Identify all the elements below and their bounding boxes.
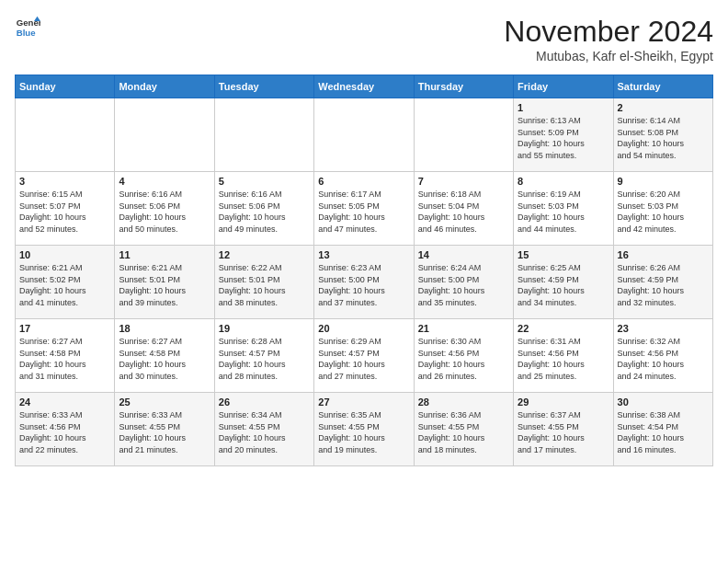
day-cell: 6Sunrise: 6:17 AM Sunset: 5:05 PM Daylig… xyxy=(314,172,414,246)
calendar-body: 1Sunrise: 6:13 AM Sunset: 5:09 PM Daylig… xyxy=(16,98,713,466)
day-header-thursday: Thursday xyxy=(414,75,513,98)
day-cell: 1Sunrise: 6:13 AM Sunset: 5:09 PM Daylig… xyxy=(514,98,613,172)
day-number: 8 xyxy=(518,176,609,187)
day-cell xyxy=(16,98,115,172)
day-cell xyxy=(115,98,214,172)
day-info: Sunrise: 6:16 AM Sunset: 5:06 PM Dayligh… xyxy=(219,189,310,235)
day-number: 28 xyxy=(418,396,509,408)
day-header-tuesday: Tuesday xyxy=(214,75,313,98)
week-row-3: 10Sunrise: 6:21 AM Sunset: 5:02 PM Dayli… xyxy=(16,246,713,319)
day-cell xyxy=(214,98,313,172)
day-info: Sunrise: 6:18 AM Sunset: 5:04 PM Dayligh… xyxy=(418,189,509,235)
calendar-table: SundayMondayTuesdayWednesdayThursdayFrid… xyxy=(15,75,713,466)
day-number: 29 xyxy=(518,396,609,408)
day-info: Sunrise: 6:28 AM Sunset: 4:57 PM Dayligh… xyxy=(219,336,310,382)
day-info: Sunrise: 6:16 AM Sunset: 5:06 PM Dayligh… xyxy=(119,189,210,235)
day-cell: 3Sunrise: 6:15 AM Sunset: 5:07 PM Daylig… xyxy=(16,172,115,246)
day-info: Sunrise: 6:38 AM Sunset: 4:54 PM Dayligh… xyxy=(618,409,709,455)
week-row-4: 17Sunrise: 6:27 AM Sunset: 4:58 PM Dayli… xyxy=(16,319,713,393)
logo-icon: General Blue xyxy=(15,15,40,40)
day-cell: 18Sunrise: 6:27 AM Sunset: 4:58 PM Dayli… xyxy=(115,319,214,393)
day-info: Sunrise: 6:33 AM Sunset: 4:55 PM Dayligh… xyxy=(119,409,210,455)
day-info: Sunrise: 6:20 AM Sunset: 5:03 PM Dayligh… xyxy=(618,189,709,235)
day-info: Sunrise: 6:29 AM Sunset: 4:57 PM Dayligh… xyxy=(318,336,409,382)
day-info: Sunrise: 6:21 AM Sunset: 5:01 PM Dayligh… xyxy=(119,262,210,308)
day-header-friday: Friday xyxy=(514,75,613,98)
day-number: 22 xyxy=(518,323,609,334)
week-row-1: 1Sunrise: 6:13 AM Sunset: 5:09 PM Daylig… xyxy=(16,98,713,172)
day-number: 19 xyxy=(219,323,310,334)
day-cell: 4Sunrise: 6:16 AM Sunset: 5:06 PM Daylig… xyxy=(115,172,214,246)
day-info: Sunrise: 6:27 AM Sunset: 4:58 PM Dayligh… xyxy=(19,336,110,382)
day-cell: 22Sunrise: 6:31 AM Sunset: 4:56 PM Dayli… xyxy=(514,319,613,393)
svg-text:Blue: Blue xyxy=(17,28,36,38)
day-cell: 19Sunrise: 6:28 AM Sunset: 4:57 PM Dayli… xyxy=(214,319,313,393)
day-number: 26 xyxy=(219,396,310,408)
day-info: Sunrise: 6:33 AM Sunset: 4:56 PM Dayligh… xyxy=(19,409,110,455)
day-cell: 27Sunrise: 6:35 AM Sunset: 4:55 PM Dayli… xyxy=(314,393,414,466)
day-info: Sunrise: 6:34 AM Sunset: 4:55 PM Dayligh… xyxy=(219,409,310,455)
day-cell: 28Sunrise: 6:36 AM Sunset: 4:55 PM Dayli… xyxy=(414,393,513,466)
day-info: Sunrise: 6:21 AM Sunset: 5:02 PM Dayligh… xyxy=(19,262,110,308)
day-cell: 11Sunrise: 6:21 AM Sunset: 5:01 PM Dayli… xyxy=(115,246,214,319)
day-cell: 9Sunrise: 6:20 AM Sunset: 5:03 PM Daylig… xyxy=(613,172,712,246)
day-cell: 23Sunrise: 6:32 AM Sunset: 4:56 PM Dayli… xyxy=(613,319,712,393)
day-cell: 15Sunrise: 6:25 AM Sunset: 4:59 PM Dayli… xyxy=(514,246,613,319)
day-number: 23 xyxy=(618,323,709,334)
calendar-header: SundayMondayTuesdayWednesdayThursdayFrid… xyxy=(16,75,713,98)
day-info: Sunrise: 6:37 AM Sunset: 4:55 PM Dayligh… xyxy=(518,409,609,455)
header-row: SundayMondayTuesdayWednesdayThursdayFrid… xyxy=(16,75,713,98)
day-cell: 16Sunrise: 6:26 AM Sunset: 4:59 PM Dayli… xyxy=(613,246,712,319)
week-row-2: 3Sunrise: 6:15 AM Sunset: 5:07 PM Daylig… xyxy=(16,172,713,246)
day-cell: 13Sunrise: 6:23 AM Sunset: 5:00 PM Dayli… xyxy=(314,246,414,319)
day-info: Sunrise: 6:31 AM Sunset: 4:56 PM Dayligh… xyxy=(518,336,609,382)
day-number: 25 xyxy=(119,396,210,408)
day-cell: 2Sunrise: 6:14 AM Sunset: 5:08 PM Daylig… xyxy=(613,98,712,172)
day-info: Sunrise: 6:26 AM Sunset: 4:59 PM Dayligh… xyxy=(618,262,709,308)
day-number: 20 xyxy=(318,323,409,334)
day-cell: 12Sunrise: 6:22 AM Sunset: 5:01 PM Dayli… xyxy=(214,246,313,319)
day-info: Sunrise: 6:30 AM Sunset: 4:56 PM Dayligh… xyxy=(418,336,509,382)
day-info: Sunrise: 6:22 AM Sunset: 5:01 PM Dayligh… xyxy=(219,262,310,308)
day-number: 11 xyxy=(119,249,210,260)
day-cell: 25Sunrise: 6:33 AM Sunset: 4:55 PM Dayli… xyxy=(115,393,214,466)
day-number: 18 xyxy=(119,323,210,334)
day-number: 17 xyxy=(19,323,110,334)
day-number: 27 xyxy=(318,396,409,408)
day-number: 4 xyxy=(119,176,210,187)
day-info: Sunrise: 6:13 AM Sunset: 5:09 PM Dayligh… xyxy=(518,115,609,161)
day-cell: 10Sunrise: 6:21 AM Sunset: 5:02 PM Dayli… xyxy=(16,246,115,319)
day-cell: 21Sunrise: 6:30 AM Sunset: 4:56 PM Dayli… xyxy=(414,319,513,393)
day-number: 5 xyxy=(219,176,310,187)
day-cell: 20Sunrise: 6:29 AM Sunset: 4:57 PM Dayli… xyxy=(314,319,414,393)
day-number: 12 xyxy=(219,249,310,260)
day-number: 9 xyxy=(618,176,709,187)
header: General Blue November 2024 Mutubas, Kafr… xyxy=(15,15,713,63)
logo: General Blue xyxy=(15,15,40,40)
day-number: 30 xyxy=(618,396,709,408)
day-info: Sunrise: 6:35 AM Sunset: 4:55 PM Dayligh… xyxy=(318,409,409,455)
day-number: 21 xyxy=(418,323,509,334)
day-number: 14 xyxy=(418,249,509,260)
day-info: Sunrise: 6:32 AM Sunset: 4:56 PM Dayligh… xyxy=(618,336,709,382)
day-info: Sunrise: 6:24 AM Sunset: 5:00 PM Dayligh… xyxy=(418,262,509,308)
day-number: 13 xyxy=(318,249,409,260)
title-area: November 2024 Mutubas, Kafr el-Sheikh, E… xyxy=(504,15,713,63)
day-cell: 7Sunrise: 6:18 AM Sunset: 5:04 PM Daylig… xyxy=(414,172,513,246)
subtitle: Mutubas, Kafr el-Sheikh, Egypt xyxy=(504,49,713,63)
day-header-sunday: Sunday xyxy=(16,75,115,98)
day-info: Sunrise: 6:23 AM Sunset: 5:00 PM Dayligh… xyxy=(318,262,409,308)
day-cell: 29Sunrise: 6:37 AM Sunset: 4:55 PM Dayli… xyxy=(514,393,613,466)
day-info: Sunrise: 6:36 AM Sunset: 4:55 PM Dayligh… xyxy=(418,409,509,455)
day-info: Sunrise: 6:25 AM Sunset: 4:59 PM Dayligh… xyxy=(518,262,609,308)
day-cell: 17Sunrise: 6:27 AM Sunset: 4:58 PM Dayli… xyxy=(16,319,115,393)
day-number: 1 xyxy=(518,102,609,113)
day-number: 16 xyxy=(618,249,709,260)
day-cell: 14Sunrise: 6:24 AM Sunset: 5:00 PM Dayli… xyxy=(414,246,513,319)
day-cell: 5Sunrise: 6:16 AM Sunset: 5:06 PM Daylig… xyxy=(214,172,313,246)
day-number: 3 xyxy=(19,176,110,187)
day-cell: 24Sunrise: 6:33 AM Sunset: 4:56 PM Dayli… xyxy=(16,393,115,466)
day-info: Sunrise: 6:15 AM Sunset: 5:07 PM Dayligh… xyxy=(19,189,110,235)
day-header-monday: Monday xyxy=(115,75,214,98)
day-info: Sunrise: 6:17 AM Sunset: 5:05 PM Dayligh… xyxy=(318,189,409,235)
